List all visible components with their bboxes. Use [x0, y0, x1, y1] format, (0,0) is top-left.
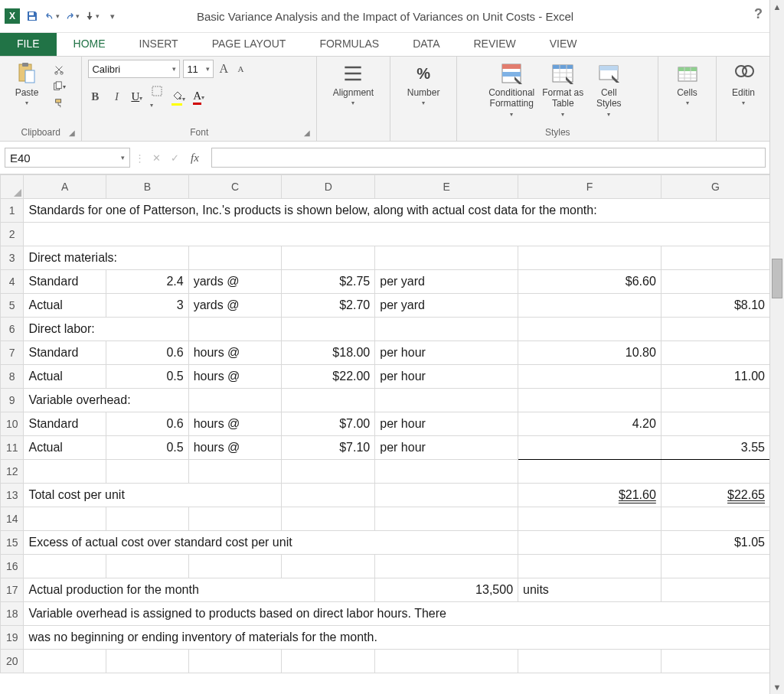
cut-icon[interactable]: [52, 63, 66, 77]
cell-A7[interactable]: Standard: [24, 341, 106, 365]
shrink-font-icon[interactable]: A: [234, 62, 247, 76]
formula-bar[interactable]: [211, 148, 766, 168]
borders-button[interactable]: ▾: [150, 84, 164, 109]
cell-A3[interactable]: Direct materials:: [24, 246, 188, 270]
clipboard-launcher-icon[interactable]: ◢: [69, 129, 78, 138]
cell-A13[interactable]: Total cost per unit: [24, 484, 282, 507]
insert-function-button[interactable]: fx: [186, 152, 204, 165]
row-19-header[interactable]: 19: [1, 626, 24, 650]
cell-C5[interactable]: yards @: [188, 294, 282, 318]
scroll-thumb[interactable]: [772, 259, 782, 298]
select-all-corner[interactable]: [1, 175, 24, 199]
cell-G15[interactable]: $1.05: [661, 531, 769, 555]
scroll-down-arrow-icon[interactable]: ▼: [770, 680, 784, 694]
paste-button[interactable]: Paste ▾: [6, 60, 47, 108]
number-format-button[interactable]: % Number ▾: [403, 60, 444, 108]
cell-B7[interactable]: 0.6: [106, 341, 189, 365]
cell-E7[interactable]: per hour: [375, 341, 518, 365]
cell-A9[interactable]: Variable overhead:: [24, 389, 188, 412]
scroll-up-arrow-icon[interactable]: ▲: [770, 0, 784, 14]
cell-G5[interactable]: $8.10: [661, 294, 769, 318]
row-15-header[interactable]: 15: [1, 531, 24, 555]
row-5-header[interactable]: 5: [1, 294, 24, 318]
cell-F7[interactable]: 10.80: [518, 341, 662, 365]
cell-C4[interactable]: yards @: [188, 270, 282, 294]
cell-A8[interactable]: Actual: [24, 365, 106, 389]
tab-home[interactable]: HOME: [57, 33, 122, 56]
cell-B8[interactable]: 0.5: [106, 365, 189, 389]
cell-F4[interactable]: $6.60: [518, 270, 662, 294]
col-A-header[interactable]: A: [24, 175, 106, 199]
cell-A19[interactable]: was no beginning or ending inventory of …: [24, 626, 770, 650]
save-icon[interactable]: [24, 8, 40, 24]
cells-button[interactable]: Cells▾: [667, 60, 708, 108]
row-10-header[interactable]: 10: [1, 412, 24, 436]
col-C-header[interactable]: C: [188, 175, 282, 199]
cell-F5[interactable]: [518, 294, 662, 318]
tab-page-layout[interactable]: PAGE LAYOUT: [195, 33, 303, 56]
format-painter-icon[interactable]: [52, 96, 66, 110]
cell-A10[interactable]: Standard: [24, 412, 106, 436]
italic-button[interactable]: I: [109, 90, 123, 104]
cell-F10[interactable]: 4.20: [518, 412, 662, 436]
row-12-header[interactable]: 12: [1, 460, 24, 484]
row-8-header[interactable]: 8: [1, 365, 24, 389]
conditional-formatting-button[interactable]: Conditional Formatting▾: [485, 60, 537, 119]
cell-A15[interactable]: Excess of actual cost over standard cost…: [24, 531, 518, 555]
cell-D5[interactable]: $2.70: [282, 294, 375, 318]
col-F-header[interactable]: F: [518, 175, 662, 199]
row-4-header[interactable]: 4: [1, 270, 24, 294]
font-launcher-icon[interactable]: ◢: [304, 129, 313, 138]
row-7-header[interactable]: 7: [1, 341, 24, 365]
cell-C8[interactable]: hours @: [188, 365, 282, 389]
cell-A17[interactable]: Actual production for the month: [24, 578, 375, 602]
row-16-header[interactable]: 16: [1, 555, 24, 578]
row-14-header[interactable]: 14: [1, 507, 24, 531]
cell-D7[interactable]: $18.00: [282, 341, 375, 365]
cell-F13[interactable]: $21.60: [518, 484, 662, 507]
undo-button[interactable]: ▾: [44, 8, 60, 24]
bold-button[interactable]: B: [88, 90, 102, 104]
cell-B10[interactable]: 0.6: [106, 412, 189, 436]
cell-A2[interactable]: [24, 223, 770, 246]
redo-button[interactable]: ▾: [64, 8, 80, 24]
cell-D10[interactable]: $7.00: [282, 412, 375, 436]
cell-A18[interactable]: Variable overhead is assigned to product…: [24, 602, 770, 626]
excel-app-icon[interactable]: X: [5, 8, 20, 24]
alignment-button[interactable]: Alignment ▾: [330, 60, 377, 108]
row-11-header[interactable]: 11: [1, 436, 24, 460]
cell-G11[interactable]: 3.55: [661, 436, 769, 460]
cell-F11[interactable]: [518, 436, 662, 460]
cell-B11[interactable]: 0.5: [106, 436, 189, 460]
cell-E11[interactable]: per hour: [375, 436, 518, 460]
tab-insert[interactable]: INSERT: [122, 33, 195, 56]
cell-G4[interactable]: [661, 270, 769, 294]
cell-A4[interactable]: Standard: [24, 270, 106, 294]
cell-B5[interactable]: 3: [106, 294, 189, 318]
cell-B4[interactable]: 2.4: [106, 270, 189, 294]
cell-D4[interactable]: $2.75: [282, 270, 375, 294]
row-1-header[interactable]: 1: [1, 199, 24, 223]
copy-icon[interactable]: ▾: [52, 80, 66, 93]
font-name-combo[interactable]: Calibri▾: [88, 60, 180, 78]
cell-F8[interactable]: [518, 365, 662, 389]
customize-qat-button[interactable]: ▾: [104, 8, 119, 24]
font-size-combo[interactable]: 11▾: [183, 60, 214, 78]
help-icon[interactable]: ?: [754, 6, 763, 22]
vertical-scrollbar[interactable]: ▲ ▼: [769, 0, 784, 694]
fill-color-button[interactable]: ▾: [172, 90, 185, 103]
scroll-track[interactable]: [770, 14, 784, 680]
find-select-button[interactable]: Editin▾: [723, 60, 764, 108]
cell-E10[interactable]: per hour: [375, 412, 518, 436]
cell-G10[interactable]: [661, 412, 769, 436]
cell-C7[interactable]: hours @: [188, 341, 282, 365]
row-18-header[interactable]: 18: [1, 602, 24, 626]
cell-styles-button[interactable]: Cell Styles▾: [588, 60, 629, 119]
cell-E8[interactable]: per hour: [375, 365, 518, 389]
cell-D8[interactable]: $22.00: [282, 365, 375, 389]
row-9-header[interactable]: 9: [1, 389, 24, 412]
cell-E17[interactable]: 13,500: [375, 578, 518, 602]
underline-button[interactable]: U▾: [131, 90, 142, 103]
tab-formulas[interactable]: FORMULAS: [302, 33, 396, 56]
cell-F17[interactable]: units: [518, 578, 662, 602]
